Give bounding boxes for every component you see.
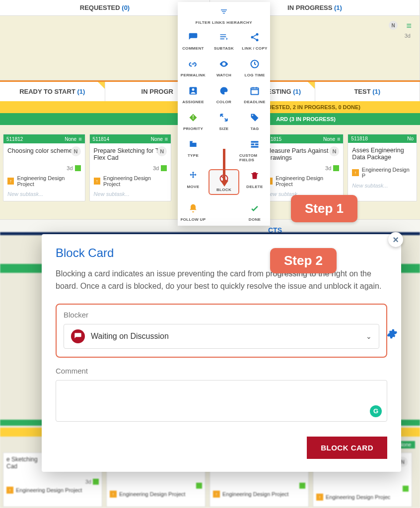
project-name: Engineering Design P (362, 167, 413, 179)
svg-rect-12 (251, 146, 259, 147)
new-subtask-input[interactable]: New subtask... (348, 181, 417, 192)
menu-move[interactable]: MOVE (178, 169, 209, 195)
card-project[interactable]: ↑ Engineering Design Project (90, 173, 171, 189)
clock-icon (248, 58, 261, 70)
col-test[interactable]: TEST (1) (315, 82, 420, 101)
card-project[interactable]: ↑ Engineering Design P (348, 165, 417, 181)
blocker-field-group: Blocker Waiting on Discussion ⌄ (56, 304, 387, 358)
card-menu-icon[interactable]: ≡ (165, 136, 168, 142)
menu-comment[interactable]: COMMENT (178, 31, 209, 51)
folder-icon (187, 138, 200, 151)
menu-link-copy[interactable]: LINK / COPY (239, 31, 270, 51)
svg-rect-10 (251, 143, 255, 145)
card-head-right: None ≡ (151, 136, 168, 142)
assignee-avatar[interactable]: N (157, 146, 167, 156)
filter-hierarchy[interactable]: FILTER LINKS HIERARCHY (178, 4, 270, 31)
menu-delete[interactable]: DELETE (239, 169, 270, 195)
close-icon: × (393, 234, 399, 246)
block-card-button[interactable]: BLOCK CARD (307, 437, 387, 459)
menu-label: PERMALINK (181, 73, 206, 77)
eye-icon (217, 58, 230, 70)
comment-textarea[interactable]: G (56, 380, 387, 422)
col-inprog-label: IN PROGR (141, 88, 173, 95)
assignee-pill[interactable]: N (389, 21, 398, 30)
filter-icon (178, 8, 270, 17)
menu-watch[interactable]: WATCH (209, 58, 239, 77)
status-square-icon (333, 165, 339, 171)
svg-rect-8 (190, 141, 193, 142)
menu-label: ASSIGNEE (182, 100, 204, 104)
menu-deadline[interactable]: DEADLINE (239, 84, 270, 104)
menu-permalink[interactable]: PERMALINK (178, 58, 209, 77)
card-title: Asses Engineering Data Package (348, 143, 417, 165)
assignee-avatar[interactable]: N (329, 146, 339, 156)
svg-point-0 (256, 33, 259, 36)
new-subtask-input[interactable]: New subtask... (90, 189, 171, 201)
menu-label: TYPE (188, 153, 199, 158)
project-icon: ↑ (110, 491, 117, 498)
menu-priority[interactable]: ! PRIORITY (178, 111, 209, 131)
step-1-badge: Step 1 (291, 195, 357, 222)
blocker-label: Blocker (64, 311, 379, 319)
status-square-icon (196, 483, 202, 489)
menu-custom-fields[interactable]: CUSTOM FIELDS (239, 138, 270, 162)
menu-label: TAG (250, 127, 259, 131)
card-meta: 3d (262, 165, 344, 173)
card-menu-icon[interactable]: ≡ (337, 136, 340, 142)
close-button[interactable]: × (388, 232, 403, 247)
card-id: 511812 (6, 136, 23, 142)
card-menu-icon[interactable]: ≡ (78, 136, 81, 142)
kanban-card[interactable]: 511812 None ≡ Choosing color scheme N 3d… (3, 134, 85, 201)
menu-done[interactable]: DONE (239, 202, 270, 222)
card-header: 511812 None ≡ (3, 134, 85, 143)
svg-rect-6 (251, 88, 259, 94)
card-size: None (323, 136, 335, 142)
move-icon (187, 169, 200, 182)
menu-label: LINK / COPY (242, 46, 267, 51)
card-project[interactable]: ↑ Engineering Design Project (262, 173, 344, 189)
kanban-card[interactable]: 511818 No Asses Engineering Data Package… (348, 134, 417, 201)
menu-label: WATCH (216, 73, 231, 77)
card-duration: 3d (67, 165, 72, 171)
kanban-card[interactable]: 511815 None ≡ Measure Parts Against Draw… (262, 134, 344, 201)
bell-icon (187, 202, 200, 215)
kanban-card[interactable]: 511814 None ≡ Prepare Sketching for T-Fl… (89, 134, 172, 201)
menu-subtask[interactable]: SUBTASK (209, 31, 239, 51)
status-requested-count: (0) (122, 4, 130, 11)
calendar-icon (248, 84, 261, 97)
grammarly-icon[interactable]: G (370, 405, 382, 417)
assignee-avatar[interactable]: N (71, 146, 81, 156)
svg-point-1 (251, 36, 254, 39)
blocker-select[interactable]: Waiting on Discussion ⌄ (64, 324, 379, 349)
menu-type[interactable]: TYPE (178, 138, 209, 162)
menu-label: DONE (249, 217, 261, 222)
menu-assignee[interactable]: ASSIGNEE (178, 84, 209, 104)
menu-size[interactable]: SIZE (209, 111, 239, 131)
comment-label: Comment (56, 367, 387, 375)
card-title: Choosing color scheme N (3, 143, 85, 165)
card-header: 511815 None ≡ (262, 134, 344, 143)
priority-icon: ! (187, 111, 200, 124)
card-project[interactable]: ↑ Engineering Design Project (3, 173, 85, 189)
col-ready-count: (1) (77, 88, 85, 95)
menu-color[interactable]: COLOR (209, 84, 239, 104)
col-ready-to-start[interactable]: READY TO START (1) (0, 82, 105, 101)
new-subtask-input[interactable]: New subtask... (3, 189, 85, 201)
card-size: None (151, 136, 163, 142)
menu-label: DELETE (246, 185, 263, 189)
flag-icon (308, 82, 315, 89)
menu-label: BLOCK (216, 188, 231, 192)
gear-icon[interactable] (387, 328, 398, 342)
svg-point-5 (192, 88, 195, 91)
expand-icon (217, 111, 230, 124)
menu-follow-up[interactable]: FOLLOW UP (178, 202, 209, 222)
project-icon: ↑ (7, 178, 14, 185)
duration-tag: 3d (405, 33, 411, 39)
card-menu-icon[interactable]: ≡ (406, 21, 412, 31)
svg-point-2 (256, 39, 259, 41)
card-head-right: None ≡ (65, 136, 81, 142)
menu-log-time[interactable]: LOG TIME (239, 58, 270, 77)
menu-tag[interactable]: TAG (239, 111, 270, 131)
project-icon: ↑ (213, 491, 220, 498)
fields-icon (248, 138, 261, 151)
